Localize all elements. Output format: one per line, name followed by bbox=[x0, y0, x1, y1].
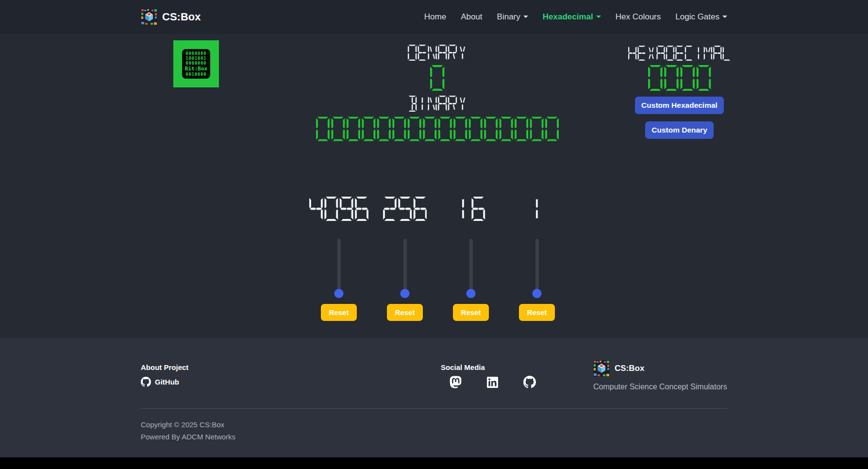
bitbox-title: Bit:Box bbox=[185, 66, 207, 72]
footer: About Project GitHub Social Media bbox=[0, 338, 868, 457]
custom-hexadecimal-button[interactable]: Custom Hexadecimal bbox=[635, 97, 724, 114]
main-content: 0000000 1001001 0000000 Bit:Box 0010000 … bbox=[0, 34, 868, 338]
reset-button[interactable]: Reset bbox=[387, 304, 423, 321]
slider-track[interactable] bbox=[535, 239, 539, 294]
footer-brand: CS:Box bbox=[593, 360, 644, 377]
slider-thumb[interactable] bbox=[401, 289, 410, 298]
slider-column-16: Reset bbox=[438, 197, 504, 321]
slider-track[interactable] bbox=[403, 239, 407, 294]
place-value-4096 bbox=[309, 197, 368, 221]
nav-item-about[interactable]: About bbox=[461, 12, 482, 22]
github-link[interactable]: GitHub bbox=[141, 377, 179, 387]
footer-tagline: Computer Science Concept Simulators bbox=[593, 383, 727, 391]
nav-item-home[interactable]: Home bbox=[424, 12, 446, 22]
bitbox-binary-row: 0010000 bbox=[185, 72, 207, 77]
footer-brand-name: CS:Box bbox=[615, 364, 644, 373]
binary-value-display bbox=[316, 116, 559, 142]
slider-column-256: Reset bbox=[372, 197, 438, 321]
bitbox-binary-row: 0000000 bbox=[185, 51, 207, 56]
slider-thumb[interactable] bbox=[467, 289, 476, 298]
footer-copyright: Copyright © 2025 CS:Box Powered By ADCM … bbox=[141, 419, 235, 443]
slider-track[interactable] bbox=[469, 239, 473, 294]
github-icon bbox=[141, 377, 151, 387]
mastodon-icon[interactable] bbox=[450, 376, 462, 388]
brand-name: CS:Box bbox=[162, 11, 200, 23]
caret-down-icon bbox=[523, 16, 528, 18]
reset-button[interactable]: Reset bbox=[321, 304, 357, 321]
custom-denary-button[interactable]: Custom Denary bbox=[645, 121, 714, 139]
social-media-heading: Social Media bbox=[441, 363, 485, 371]
bitbox-screen: 0000000 1001001 0000000 Bit:Box 0010000 bbox=[182, 49, 210, 79]
cs-box-logo-icon bbox=[593, 360, 610, 377]
place-value-sliders: Reset Reset Reset Reset bbox=[306, 197, 570, 321]
cs-box-logo-icon bbox=[141, 9, 157, 25]
nav-item-hex-colours[interactable]: Hex Colours bbox=[616, 12, 661, 22]
hexadecimal-label bbox=[604, 46, 755, 61]
navbar: CS:Box Home About Binary Hexadecimal Hex… bbox=[0, 0, 868, 34]
caret-down-icon bbox=[596, 16, 601, 18]
denary-value-display bbox=[316, 65, 559, 91]
place-value-1 bbox=[530, 197, 544, 221]
slider-thumb[interactable] bbox=[533, 289, 542, 298]
caret-down-icon bbox=[722, 16, 727, 18]
linkedin-icon[interactable] bbox=[487, 377, 498, 388]
about-project-heading: About Project bbox=[141, 363, 188, 371]
denary-label bbox=[316, 45, 559, 61]
place-value-256 bbox=[383, 197, 427, 221]
reset-button[interactable]: Reset bbox=[453, 304, 489, 321]
bitbox-binary-row: 1001001 bbox=[185, 56, 207, 61]
footer-divider bbox=[141, 408, 727, 409]
nav-item-binary[interactable]: Binary bbox=[497, 12, 528, 22]
reset-button[interactable]: Reset bbox=[519, 304, 555, 321]
binary-label bbox=[316, 96, 559, 112]
nav-item-logic-gates[interactable]: Logic Gates bbox=[675, 12, 727, 22]
slider-column-4096: Reset bbox=[306, 197, 372, 321]
github-icon[interactable] bbox=[523, 376, 536, 388]
bitbox-binary-row: 0000000 bbox=[185, 61, 207, 66]
slider-column-1: Reset bbox=[504, 197, 570, 321]
copyright-line: Copyright © 2025 CS:Box bbox=[141, 419, 235, 431]
bitbox-logo: 0000000 1001001 0000000 Bit:Box 0010000 bbox=[173, 40, 219, 87]
hexadecimal-value-display bbox=[604, 65, 755, 91]
nav-links: Home About Binary Hexadecimal Hex Colour… bbox=[424, 12, 727, 22]
slider-thumb[interactable] bbox=[334, 289, 344, 298]
social-media-icons bbox=[450, 376, 536, 388]
nav-item-hexadecimal[interactable]: Hexadecimal bbox=[543, 12, 601, 22]
github-link-label: GitHub bbox=[155, 378, 179, 386]
slider-track[interactable] bbox=[337, 239, 341, 294]
place-value-16 bbox=[456, 197, 485, 221]
bottom-strip bbox=[0, 457, 868, 469]
navbar-brand[interactable]: CS:Box bbox=[141, 9, 200, 25]
powered-by-line: Powered By ADCM Networks bbox=[141, 431, 235, 443]
